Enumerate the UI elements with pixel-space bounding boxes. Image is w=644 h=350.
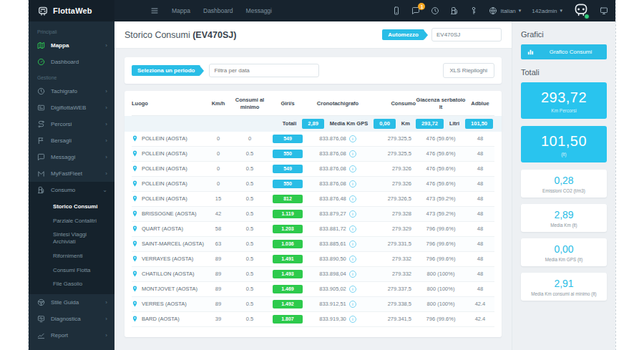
key-icon[interactable] <box>469 6 478 15</box>
automezzo-label: Automezzo <box>382 29 424 40</box>
cell-consumo: 279.325,5 <box>370 135 416 142</box>
clock-icon[interactable] <box>431 6 439 15</box>
sidebar-subitem-file-gasolio[interactable]: File Gasolio <box>29 277 114 291</box>
crono-value: 833.890,50 <box>319 256 346 262</box>
info-icon[interactable]: i <box>349 165 356 172</box>
table-row[interactable]: MONTJOVET (AOSTA)890.51.469833.905,02i27… <box>132 282 494 297</box>
rpm-badge: 1.469 <box>273 285 303 293</box>
cell-adblue: 48 <box>466 240 494 247</box>
language-selector[interactable]: Italian ▾ <box>489 6 521 15</box>
info-icon[interactable]: i <box>349 240 356 248</box>
crono-value: 833.912,51 <box>319 301 346 307</box>
cell-kmh: 0 <box>207 150 230 157</box>
cell-consumi-minimo: 0.5 <box>230 225 270 232</box>
info-icon[interactable]: i <box>349 286 356 293</box>
table-row[interactable]: SAINT-MARCEL (AOSTA)630.51.036833.885,61… <box>132 237 494 252</box>
cell-kmh: 89 <box>207 271 230 277</box>
map-pin-icon <box>132 210 138 217</box>
sidebar-item-report[interactable]: Report› <box>29 327 114 344</box>
sidebar-item-dashboard[interactable]: Dashboard <box>29 54 114 70</box>
rpm-badge: 1.119 <box>273 210 303 218</box>
table-row[interactable]: VERRAYES (AOSTA)890.51.491833.890,50i279… <box>132 252 494 267</box>
stat-card-value: 0,00 <box>524 243 604 255</box>
vehicle-filter: Automezzo <box>382 28 502 42</box>
monitor-icon[interactable] <box>600 6 608 15</box>
km-total-badge: 293,72 <box>416 119 444 129</box>
xls-export-button[interactable]: XLS Riepiloghi <box>443 63 494 78</box>
sidebar-subitem-parziale-contalitri[interactable]: Parziale Contalitri <box>29 214 114 228</box>
cell-giacenza-serbatoio: 796 (99.6%) <box>416 240 466 247</box>
info-icon[interactable]: i <box>349 316 356 323</box>
topnav-item-messaggi[interactable]: Messaggi <box>246 7 272 14</box>
info-icon[interactable]: i <box>349 271 356 278</box>
info-icon[interactable]: i <box>349 225 356 233</box>
cell-luogo: QUART (AOSTA) <box>132 225 207 232</box>
cell-consumi-minimo: 0.5 <box>230 165 270 172</box>
table-row[interactable]: POLLEIN (AOSTA)00.5550833.876,08i279.325… <box>132 147 494 162</box>
sidebar-subitem-sintesi-viaggi-archiviati[interactable]: Sintesi Viaggi Archiviati <box>29 228 114 248</box>
bar-chart-icon <box>527 48 535 56</box>
consumption-table: Luogo Km/h Consumi al minimo Giri/s Cron… <box>125 91 502 337</box>
topnav: Mappa Dashboard Messaggi <box>150 6 272 15</box>
cell-adblue: 48 <box>466 150 494 157</box>
info-icon[interactable]: i <box>349 301 356 308</box>
titlebar: Storico Consumi (EV470SJ) Automezzo <box>114 21 512 49</box>
info-icon[interactable]: i <box>349 135 356 142</box>
avatar[interactable] <box>573 3 589 19</box>
table-row[interactable]: POLLEIN (AOSTA)00.5550833.876,08i279.326… <box>132 177 494 192</box>
location-label: POLLEIN (AOSTA) <box>142 180 187 187</box>
info-icon[interactable]: i <box>349 180 356 188</box>
sidebar-item-mappa[interactable]: Mappa› <box>29 37 114 54</box>
sidebar-item-stile-guida[interactable]: Stile Guida› <box>29 294 114 311</box>
cell-consumi-minimo: 0.5 <box>230 256 270 262</box>
sidebar-item-percorsi[interactable]: Percorsi› <box>29 116 114 132</box>
phone-icon[interactable] <box>392 6 401 15</box>
info-icon[interactable]: i <box>349 256 356 263</box>
sidebar-item-messaggi[interactable]: Messaggi› <box>29 149 114 165</box>
chat-icon[interactable]: 1 <box>411 6 420 15</box>
location-label: POLLEIN (AOSTA) <box>142 150 187 157</box>
crono-value: 833.905,02 <box>319 286 346 292</box>
vehicle-input[interactable] <box>431 28 502 42</box>
sidebar-item-digiflottaweb[interactable]: DigiflottaWEB› <box>29 99 114 116</box>
table-row[interactable]: QUART (AOSTA)580.51.203833.881,72i279.32… <box>132 222 494 237</box>
topbar: FlottaWeb Mappa Dashboard Messaggi 1 Ita… <box>29 0 615 21</box>
brand[interactable]: FlottaWeb <box>29 0 114 21</box>
stat-card-label: Media Km (lt) <box>524 223 604 228</box>
sidebar-subitem-rifornimenti[interactable]: Rifornimenti <box>29 249 114 263</box>
info-icon[interactable]: i <box>349 210 356 218</box>
info-icon[interactable]: i <box>349 150 356 157</box>
sidebar-item-tachigrafo[interactable]: Tachigrafo› <box>29 83 114 99</box>
sidebar-subitem-consumi-flotta[interactable]: Consumi Flotta <box>29 263 114 278</box>
location-label: QUART (AOSTA) <box>142 225 183 232</box>
period-button[interactable]: Seleziona un periodo <box>132 65 200 76</box>
fuel-pump-icon[interactable] <box>450 6 459 15</box>
sidebar-item-consumo[interactable]: Consumo⌄ <box>29 182 114 198</box>
cell-consumo: 279.326 <box>370 165 416 172</box>
menu-icon[interactable] <box>150 6 159 15</box>
table-row[interactable]: POLLEIN (AOSTA)00549833.876,08i279.325,5… <box>132 132 494 147</box>
cell-kmh: 89 <box>207 286 230 292</box>
sidebar-item-diagnostica[interactable]: Diagnostica› <box>29 311 114 327</box>
topnav-item-mappa[interactable]: Mappa <box>172 7 190 14</box>
table-row[interactable]: BRISSOGNE (AOSTA)420.51.119833.879,27i27… <box>132 207 494 222</box>
location-label: POLLEIN (AOSTA) <box>142 135 187 142</box>
col-adblue: Adblue <box>466 100 494 107</box>
table-row[interactable]: POLLEIN (AOSTA)00.5549833.876,08i279.326… <box>132 162 494 177</box>
table-row[interactable]: VERRES (AOSTA)890.51.492833.912,51i279.3… <box>132 297 494 312</box>
sidebar-item-myfastfleet[interactable]: MyFastFleet› <box>29 165 114 182</box>
sidebar-item-label: Dashboard <box>51 59 107 65</box>
chevron-down-icon: ⌄ <box>102 187 107 193</box>
sidebar-subitem-storico-consumi[interactable]: Storico Consumi <box>29 200 114 214</box>
chart-consumi-button[interactable]: Grafico Consumi <box>521 44 607 59</box>
table-row[interactable]: BARD (AOSTA)390.51.807833.919,30i279.341… <box>132 312 494 327</box>
user-menu[interactable]: 142admin ▾ <box>532 8 562 14</box>
sidebar-item-label: Stile Guida <box>51 299 99 306</box>
date-filter-input[interactable] <box>209 64 319 77</box>
table-row[interactable]: POLLEIN (AOSTA)150.5812833.876,48i279.32… <box>132 192 494 207</box>
cell-consumo: 279.337,5 <box>370 286 416 292</box>
sidebar-item-bersagli[interactable]: Bersagli› <box>29 132 114 149</box>
topnav-item-dashboard[interactable]: Dashboard <box>203 7 233 14</box>
table-row[interactable]: CHATILLON (AOSTA)890.51.493833.898,04i27… <box>132 267 494 282</box>
info-icon[interactable]: i <box>349 195 356 203</box>
